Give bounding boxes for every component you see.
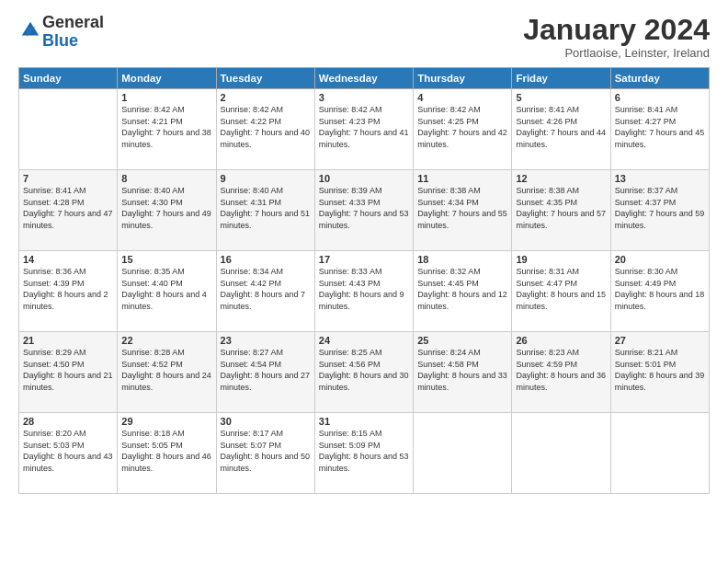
logo-icon: [20, 20, 40, 40]
day-number: 9: [221, 173, 311, 184]
day-number: 7: [23, 173, 113, 184]
day-cell: 15Sunrise: 8:35 AMSunset: 4:40 PMDayligh…: [118, 251, 216, 332]
day-info: Sunrise: 8:41 AMSunset: 4:26 PMDaylight:…: [516, 104, 606, 150]
day-cell: 26Sunrise: 8:23 AMSunset: 4:59 PMDayligh…: [512, 332, 610, 413]
day-number: 17: [319, 254, 409, 265]
day-cell: 28Sunrise: 8:20 AMSunset: 5:03 PMDayligh…: [19, 413, 118, 494]
day-info: Sunrise: 8:15 AMSunset: 5:09 PMDaylight:…: [319, 428, 409, 474]
day-number: 21: [23, 335, 113, 346]
week-row-4: 28Sunrise: 8:20 AMSunset: 5:03 PMDayligh…: [19, 413, 710, 494]
day-info: Sunrise: 8:29 AMSunset: 4:50 PMDaylight:…: [23, 347, 113, 393]
day-number: 10: [319, 173, 409, 184]
day-number: 20: [615, 254, 705, 265]
month-title: January 2024: [523, 14, 710, 46]
day-number: 19: [516, 254, 606, 265]
day-number: 6: [615, 92, 705, 103]
day-info: Sunrise: 8:38 AMSunset: 4:35 PMDaylight:…: [516, 185, 606, 231]
day-cell: 23Sunrise: 8:27 AMSunset: 4:54 PMDayligh…: [216, 332, 314, 413]
day-info: Sunrise: 8:20 AMSunset: 5:03 PMDaylight:…: [23, 428, 113, 474]
col-sunday: Sunday: [19, 68, 118, 89]
location: Portlaoise, Leinster, Ireland: [523, 46, 710, 60]
day-cell: 17Sunrise: 8:33 AMSunset: 4:43 PMDayligh…: [314, 251, 413, 332]
day-cell: 1Sunrise: 8:42 AMSunset: 4:21 PMDaylight…: [118, 89, 216, 170]
day-info: Sunrise: 8:25 AMSunset: 4:56 PMDaylight:…: [319, 347, 409, 393]
day-number: 12: [516, 173, 606, 184]
day-info: Sunrise: 8:41 AMSunset: 4:27 PMDaylight:…: [615, 104, 705, 150]
col-wednesday: Wednesday: [314, 68, 413, 89]
day-cell: 11Sunrise: 8:38 AMSunset: 4:34 PMDayligh…: [414, 170, 512, 251]
week-row-2: 14Sunrise: 8:36 AMSunset: 4:39 PMDayligh…: [19, 251, 710, 332]
day-info: Sunrise: 8:36 AMSunset: 4:39 PMDaylight:…: [23, 266, 113, 312]
day-cell: 24Sunrise: 8:25 AMSunset: 4:56 PMDayligh…: [314, 332, 413, 413]
day-cell: 6Sunrise: 8:41 AMSunset: 4:27 PMDaylight…: [610, 89, 709, 170]
day-info: Sunrise: 8:40 AMSunset: 4:31 PMDaylight:…: [221, 185, 311, 231]
day-cell: 12Sunrise: 8:38 AMSunset: 4:35 PMDayligh…: [512, 170, 610, 251]
day-info: Sunrise: 8:24 AMSunset: 4:58 PMDaylight:…: [417, 347, 507, 393]
title-area: January 2024 Portlaoise, Leinster, Irela…: [523, 14, 710, 60]
day-cell: [512, 413, 610, 494]
week-row-1: 7Sunrise: 8:41 AMSunset: 4:28 PMDaylight…: [19, 170, 710, 251]
col-thursday: Thursday: [414, 68, 512, 89]
day-cell: 18Sunrise: 8:32 AMSunset: 4:45 PMDayligh…: [414, 251, 512, 332]
day-number: 29: [121, 416, 211, 427]
header-row: Sunday Monday Tuesday Wednesday Thursday…: [19, 68, 710, 89]
header: General Blue January 2024 Portlaoise, Le…: [18, 14, 710, 60]
col-tuesday: Tuesday: [216, 68, 314, 89]
day-info: Sunrise: 8:32 AMSunset: 4:45 PMDaylight:…: [417, 266, 507, 312]
day-cell: 5Sunrise: 8:41 AMSunset: 4:26 PMDaylight…: [512, 89, 610, 170]
day-info: Sunrise: 8:27 AMSunset: 4:54 PMDaylight:…: [221, 347, 311, 393]
day-cell: 22Sunrise: 8:28 AMSunset: 4:52 PMDayligh…: [118, 332, 216, 413]
day-cell: 20Sunrise: 8:30 AMSunset: 4:49 PMDayligh…: [610, 251, 709, 332]
day-info: Sunrise: 8:42 AMSunset: 4:25 PMDaylight:…: [417, 104, 507, 150]
day-cell: 2Sunrise: 8:42 AMSunset: 4:22 PMDaylight…: [216, 89, 314, 170]
logo: General Blue: [18, 14, 104, 51]
day-info: Sunrise: 8:34 AMSunset: 4:42 PMDaylight:…: [221, 266, 311, 312]
day-cell: 30Sunrise: 8:17 AMSunset: 5:07 PMDayligh…: [216, 413, 314, 494]
week-row-3: 21Sunrise: 8:29 AMSunset: 4:50 PMDayligh…: [19, 332, 710, 413]
day-number: 4: [417, 92, 507, 103]
col-saturday: Saturday: [610, 68, 709, 89]
day-info: Sunrise: 8:42 AMSunset: 4:22 PMDaylight:…: [221, 104, 311, 150]
day-cell: 27Sunrise: 8:21 AMSunset: 5:01 PMDayligh…: [610, 332, 709, 413]
day-info: Sunrise: 8:42 AMSunset: 4:23 PMDaylight:…: [319, 104, 409, 150]
day-cell: 3Sunrise: 8:42 AMSunset: 4:23 PMDaylight…: [314, 89, 413, 170]
day-info: Sunrise: 8:40 AMSunset: 4:30 PMDaylight:…: [121, 185, 211, 231]
day-number: 14: [23, 254, 113, 265]
day-number: 3: [319, 92, 409, 103]
day-info: Sunrise: 8:42 AMSunset: 4:21 PMDaylight:…: [121, 104, 211, 150]
day-info: Sunrise: 8:17 AMSunset: 5:07 PMDaylight:…: [221, 428, 311, 474]
day-number: 8: [121, 173, 211, 184]
day-cell: [610, 413, 709, 494]
day-number: 13: [615, 173, 705, 184]
day-number: 26: [516, 335, 606, 346]
day-cell: 9Sunrise: 8:40 AMSunset: 4:31 PMDaylight…: [216, 170, 314, 251]
day-info: Sunrise: 8:21 AMSunset: 5:01 PMDaylight:…: [615, 347, 705, 393]
logo-blue-text: Blue: [42, 31, 78, 50]
col-friday: Friday: [512, 68, 610, 89]
day-number: 31: [319, 416, 409, 427]
day-number: 22: [121, 335, 211, 346]
day-cell: 7Sunrise: 8:41 AMSunset: 4:28 PMDaylight…: [19, 170, 118, 251]
calendar-table: Sunday Monday Tuesday Wednesday Thursday…: [18, 67, 710, 494]
day-info: Sunrise: 8:38 AMSunset: 4:34 PMDaylight:…: [417, 185, 507, 231]
week-row-0: 1Sunrise: 8:42 AMSunset: 4:21 PMDaylight…: [19, 89, 710, 170]
day-number: 27: [615, 335, 705, 346]
day-cell: 19Sunrise: 8:31 AMSunset: 4:47 PMDayligh…: [512, 251, 610, 332]
day-number: 11: [417, 173, 507, 184]
col-monday: Monday: [118, 68, 216, 89]
day-cell: 10Sunrise: 8:39 AMSunset: 4:33 PMDayligh…: [314, 170, 413, 251]
day-cell: 29Sunrise: 8:18 AMSunset: 5:05 PMDayligh…: [118, 413, 216, 494]
day-number: 23: [221, 335, 311, 346]
day-number: 18: [417, 254, 507, 265]
day-info: Sunrise: 8:33 AMSunset: 4:43 PMDaylight:…: [319, 266, 409, 312]
day-number: 2: [221, 92, 311, 103]
day-info: Sunrise: 8:28 AMSunset: 4:52 PMDaylight:…: [121, 347, 211, 393]
day-number: 25: [417, 335, 507, 346]
day-info: Sunrise: 8:41 AMSunset: 4:28 PMDaylight:…: [23, 185, 113, 231]
day-info: Sunrise: 8:37 AMSunset: 4:37 PMDaylight:…: [615, 185, 705, 231]
day-info: Sunrise: 8:23 AMSunset: 4:59 PMDaylight:…: [516, 347, 606, 393]
day-cell: 4Sunrise: 8:42 AMSunset: 4:25 PMDaylight…: [414, 89, 512, 170]
day-cell: 8Sunrise: 8:40 AMSunset: 4:30 PMDaylight…: [118, 170, 216, 251]
day-info: Sunrise: 8:39 AMSunset: 4:33 PMDaylight:…: [319, 185, 409, 231]
day-number: 30: [221, 416, 311, 427]
